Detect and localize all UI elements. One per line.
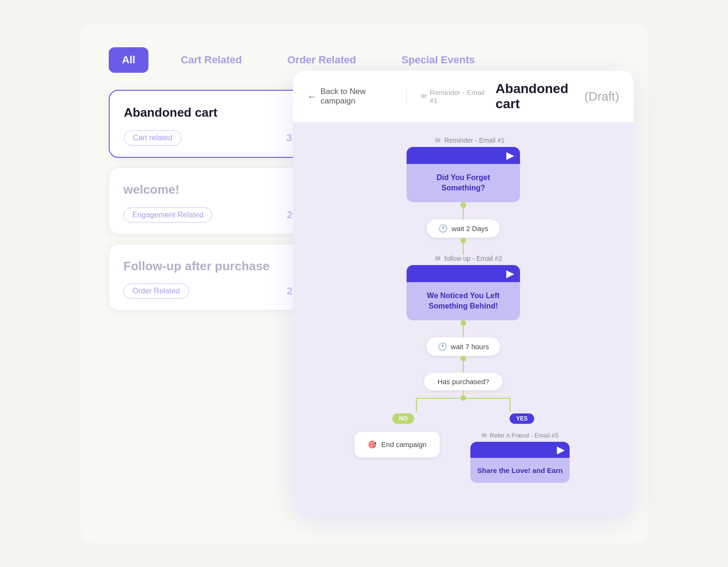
header-email-label: ✉ Reminder - Email #1 — [421, 88, 486, 104]
branch-labels-row: NO YES — [364, 414, 563, 422]
branch-left-line — [416, 398, 417, 412]
card-abandoned-cart[interactable]: Abandoned cart Cart related 3 — [109, 90, 307, 158]
email3-body: Share the Love! and Earn — [470, 458, 570, 483]
decision-label: Has purchased? — [437, 378, 489, 386]
email3-bar: ▶ — [470, 442, 570, 458]
branch-label-no-area: NO — [392, 414, 414, 422]
email1-label-row: ✉ Reminder - Email #1 — [435, 137, 505, 144]
play-icon: ▶ — [557, 444, 564, 455]
branches-nodes: 🎯 End campaign ✉ Refer A Friend - Email … — [350, 432, 577, 483]
email2-card[interactable]: ▶ We Noticed You Left Something Behind! — [407, 265, 520, 320]
clock-icon: 🕐 — [438, 224, 448, 233]
tab-special-events[interactable]: Special Events — [388, 47, 488, 73]
header-email-text: Reminder - Email #1 — [430, 88, 486, 104]
email1-node: ✉ Reminder - Email #1 ▶ Did You Forget S… — [407, 137, 520, 202]
branch-connector — [364, 390, 563, 414]
email2-body: We Noticed You Left Something Behind! — [407, 282, 520, 320]
envelope-icon: ✉ — [421, 92, 427, 101]
clock-icon: 🕐 — [438, 342, 447, 351]
branch-no-label: NO — [392, 413, 414, 424]
card-welcome[interactable]: welcome! Engagement Related 2 — [109, 167, 307, 234]
email2-node: ✉ follow up - Email #2 ▶ We Noticed You … — [407, 255, 520, 320]
email1-body: Did You Forget Something? — [407, 164, 520, 202]
email1-card[interactable]: ▶ Did You Forget Something? — [407, 147, 520, 202]
tab-cart-related[interactable]: Cart Related — [167, 47, 255, 73]
tab-bar: All Cart Related Order Related Special E… — [109, 47, 619, 73]
connector-dot — [460, 320, 466, 326]
card-title: welcome! — [123, 182, 293, 198]
tab-all[interactable]: All — [109, 47, 148, 73]
card-title: Abandoned cart — [124, 105, 292, 121]
connector-line — [463, 243, 464, 255]
flow-title: Abandoned cart — [495, 81, 581, 112]
target-icon: 🎯 — [368, 440, 377, 449]
end-campaign-node[interactable]: 🎯 End campaign — [355, 432, 440, 457]
branch-horizontal-line — [416, 398, 511, 399]
branch-label-yes-area: YES — [510, 414, 534, 422]
flow-content: ✉ Reminder - Email #1 ▶ Did You Forget S… — [293, 122, 633, 515]
main-container: All Cart Related Order Related Special E… — [80, 24, 648, 543]
wait2-label: wait 7 hours — [451, 343, 489, 351]
email3-card[interactable]: ▶ Share the Love! and Earn — [470, 442, 570, 483]
connector-dot — [460, 238, 466, 243]
connector-dot — [460, 356, 466, 361]
email2-label-row: ✉ follow up - Email #2 — [435, 255, 502, 262]
connector-line — [463, 361, 464, 373]
email1-bar: ▶ — [407, 147, 520, 164]
flow-header: ← Back to New campaign ✉ Reminder - Emai… — [293, 71, 633, 122]
branch-yes-label: YES — [510, 413, 534, 424]
card-footer: Cart related 3 — [124, 130, 292, 146]
card-tag: Order Related — [123, 284, 189, 299]
branch-left-node: 🎯 End campaign — [350, 432, 444, 457]
decision-node: Has purchased? — [424, 373, 502, 390]
back-label: Back to New campaign — [321, 87, 392, 106]
branch-right-node: ✉ Refer A Friend - Email #3 ▶ Share the … — [463, 432, 577, 483]
play-icon: ▶ — [506, 150, 513, 161]
envelope-icon: ✉ — [435, 137, 441, 144]
card-tag: Cart related — [124, 130, 182, 146]
header-divider — [406, 90, 407, 103]
connector-dot — [460, 202, 466, 208]
envelope-icon: ✉ — [435, 255, 441, 262]
flow-title-area: Abandoned cart (Draft) — [495, 81, 619, 112]
card-tag: Engagement Related — [123, 207, 212, 223]
branch-right-line — [510, 398, 511, 412]
email3-label: Refer A Friend - Email #3 — [490, 432, 558, 439]
tab-order-related[interactable]: Order Related — [274, 47, 370, 73]
connector-line — [463, 326, 464, 337]
wait2-node: 🕐 wait 7 hours — [426, 337, 501, 356]
campaign-cards-area: Abandoned cart Cart related 3 welcome! E… — [109, 90, 307, 310]
end-campaign-label: End campaign — [381, 440, 427, 448]
card-footer: Engagement Related 2 — [123, 207, 293, 223]
wait1-node: 🕐 wait 2 Days — [427, 219, 500, 238]
card-count: 2 — [287, 285, 293, 297]
refer-email-label-row: ✉ Refer A Friend - Email #3 — [482, 432, 558, 439]
back-arrow-icon: ← — [307, 91, 317, 102]
flow-draft-label: (Draft) — [584, 89, 619, 104]
card-count: 2 — [287, 209, 293, 221]
email1-label: Reminder - Email #1 — [444, 137, 505, 144]
play-icon: ▶ — [506, 268, 513, 279]
connector-line — [463, 208, 464, 219]
card-count: 3 — [286, 132, 292, 144]
email2-label: follow up - Email #2 — [444, 255, 502, 262]
wait1-label: wait 2 Days — [451, 224, 488, 232]
envelope-icon: ✉ — [482, 432, 487, 439]
card-follow-up[interactable]: Follow-up after purchase Order Related 2 — [109, 244, 307, 311]
flow-panel: ← Back to New campaign ✉ Reminder - Emai… — [293, 71, 633, 515]
back-to-campaign-button[interactable]: ← Back to New campaign — [307, 87, 392, 106]
card-footer: Order Related 2 — [123, 284, 293, 299]
email2-bar: ▶ — [407, 265, 520, 282]
card-title: Follow-up after purchase — [123, 258, 293, 275]
